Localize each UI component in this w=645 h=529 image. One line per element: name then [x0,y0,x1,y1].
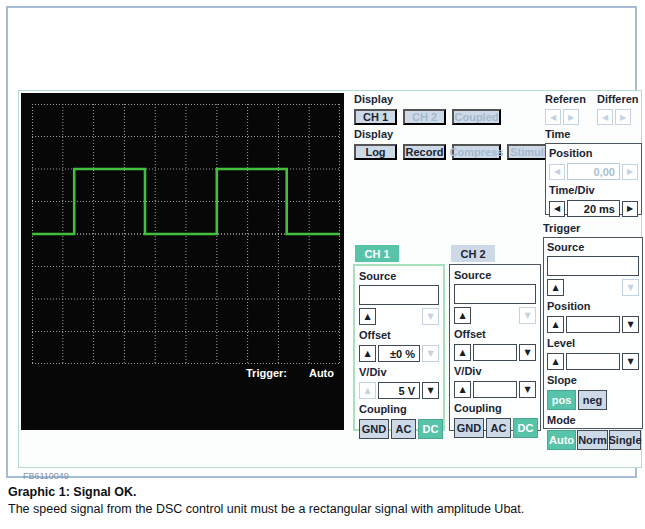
ch1-vdiv-down-arrow-icon[interactable]: ▼ [422,382,439,399]
ch1-source-down-arrow-icon[interactable]: ▼ [422,308,439,325]
ch2-source-spin-row: ▲ ▼ [454,307,536,324]
ch1-offset-field[interactable]: ±0 % [378,345,420,362]
ch1-coupling-row: GND AC DC [359,419,439,439]
display-modes-label: Display [354,128,550,141]
display-modes-row: Log Record Compress Stimuli [354,144,550,160]
timediv-label: Time/Div [549,184,638,197]
ch2-gnd-button[interactable]: GND [454,418,484,438]
ch2-source-input[interactable] [454,284,536,304]
ch1-source-input[interactable] [359,285,439,305]
figure-frame: Trigger: Auto Display CH 1 CH 2 Coupled … [6,6,637,478]
trigger-position-up-arrow-icon[interactable]: ▲ [547,316,564,333]
referen-block: Referen ◀ ▶ [545,93,586,125]
trigger-level-row: ▲ ▼ [547,353,639,370]
timediv-field[interactable]: 20 ms [567,200,620,217]
trigger-source-down-arrow-icon[interactable]: ▼ [622,279,639,296]
differen-label: Differen [597,93,639,106]
ch1-offset-label: Offset [359,329,439,342]
display-channels-group: Display CH 1 CH 2 Coupled [354,93,501,125]
ch1-source-label: Source [359,270,439,283]
display-channels-row: CH 1 CH 2 Coupled [354,109,501,125]
mode-single-button[interactable]: Single [609,430,641,450]
page: Trigger: Auto Display CH 1 CH 2 Coupled … [0,0,645,529]
trigger-source-input[interactable] [547,256,639,276]
trigger-slope-label: Slope [547,374,639,387]
referen-label: Referen [545,93,586,106]
ch1-coupling-label: Coupling [359,403,439,416]
caption-title: Graphic 1: Signal OK. [8,485,524,499]
trigger-level-up-arrow-icon[interactable]: ▲ [547,353,564,370]
trigger-mode-label: Mode [547,414,639,427]
ch2-offset-down-arrow-icon[interactable]: ▼ [519,344,536,361]
trigger-position-field[interactable] [566,316,620,333]
ch2-dc-button[interactable]: DC [513,418,538,438]
differen-arrows: ◀ ▶ [597,109,639,125]
trigger-level-label: Level [547,337,639,350]
ch1-offset-down-arrow-icon[interactable]: ▼ [422,345,439,362]
mode-norm-button[interactable]: Norm [577,430,608,450]
ch2-display-button[interactable]: CH 2 [403,109,446,125]
ch2-source-down-arrow-icon[interactable]: ▼ [519,307,536,324]
time-group: Time Position ◀ 0,00 ▶ Time/Div ◀ 20 ms … [545,128,642,215]
differen-left-arrow-icon[interactable]: ◀ [597,109,613,125]
trigger-status: Trigger: Auto [246,367,334,379]
trigger-group: Trigger Source ▲ ▼ Position ▲ ▼ Level [543,222,643,429]
ch2-vdiv-label: V/Div [454,365,536,378]
referen-left-arrow-icon[interactable]: ◀ [545,109,561,125]
ch1-source-spin-row: ▲ ▼ [359,308,439,325]
trigger-source-label: Source [547,241,639,254]
time-position-label: Position [549,147,638,160]
scope-screen: Trigger: Auto [21,93,344,430]
ch2-source-up-arrow-icon[interactable]: ▲ [454,307,471,324]
differen-block: Differen ◀ ▶ [597,93,639,125]
ch2-vdiv-up-arrow-icon[interactable]: ▲ [454,381,471,398]
ch1-panel: Source ▲ ▼ Offset ▲ ±0 % ▼ V/Div ▲ 5 V ▼ [353,264,445,431]
caption-body: The speed signal from the DSC control un… [8,502,524,516]
ch1-ac-button[interactable]: AC [391,419,416,439]
trigger-source-spin-row: ▲ ▼ [547,279,639,296]
ch2-vdiv-field[interactable] [473,381,517,398]
ch1-offset-up-arrow-icon[interactable]: ▲ [359,345,376,362]
display-channels-label: Display [354,93,501,106]
coupled-display-button[interactable]: Coupled [452,109,501,125]
ch1-source-up-arrow-icon[interactable]: ▲ [359,308,376,325]
ch2-coupling-row: GND AC DC [454,418,536,438]
ch1-vdiv-row: ▲ 5 V ▼ [359,382,439,399]
tab-ch1[interactable]: CH 1 [355,245,399,262]
timediv-right-arrow-icon[interactable]: ▶ [622,201,638,217]
mode-auto-button[interactable]: Auto [547,430,576,450]
time-position-left-arrow-icon[interactable]: ◀ [549,164,565,180]
ch1-dc-button[interactable]: DC [418,419,443,439]
differen-right-arrow-icon[interactable]: ▶ [615,109,631,125]
time-position-row: ◀ 0,00 ▶ [549,163,638,180]
ch2-offset-field[interactable] [473,344,517,361]
stimuli-button[interactable]: Stimuli [507,144,550,160]
trigger-status-label: Trigger: [246,367,287,379]
trigger-label: Trigger [543,222,643,235]
trigger-level-down-arrow-icon[interactable]: ▼ [622,353,639,370]
figure-code: FB6110049 [23,471,69,481]
tab-ch2[interactable]: CH 2 [451,245,495,262]
timediv-left-arrow-icon[interactable]: ◀ [549,201,565,217]
ch2-offset-label: Offset [454,328,536,341]
ch1-display-button[interactable]: CH 1 [354,109,397,125]
slope-pos-button[interactable]: pos [547,390,576,410]
ch1-vdiv-up-arrow-icon[interactable]: ▲ [359,382,376,399]
referen-right-arrow-icon[interactable]: ▶ [563,109,579,125]
ch2-vdiv-down-arrow-icon[interactable]: ▼ [519,381,536,398]
ch2-offset-row: ▲ ▼ [454,344,536,361]
compress-button[interactable]: Compress [452,144,501,160]
trigger-position-down-arrow-icon[interactable]: ▼ [622,316,639,333]
log-button[interactable]: Log [354,144,397,160]
trigger-mode-row: Auto Norm Single [547,430,639,450]
ch2-ac-button[interactable]: AC [486,418,511,438]
time-position-right-arrow-icon[interactable]: ▶ [622,164,638,180]
ch1-gnd-button[interactable]: GND [359,419,389,439]
trigger-level-field[interactable] [566,353,620,370]
slope-neg-button[interactable]: neg [578,390,607,410]
ch1-vdiv-field[interactable]: 5 V [378,382,420,399]
time-position-field[interactable]: 0,00 [567,163,620,180]
trigger-source-up-arrow-icon[interactable]: ▲ [547,279,564,296]
record-button[interactable]: Record [403,144,446,160]
ch2-offset-up-arrow-icon[interactable]: ▲ [454,344,471,361]
